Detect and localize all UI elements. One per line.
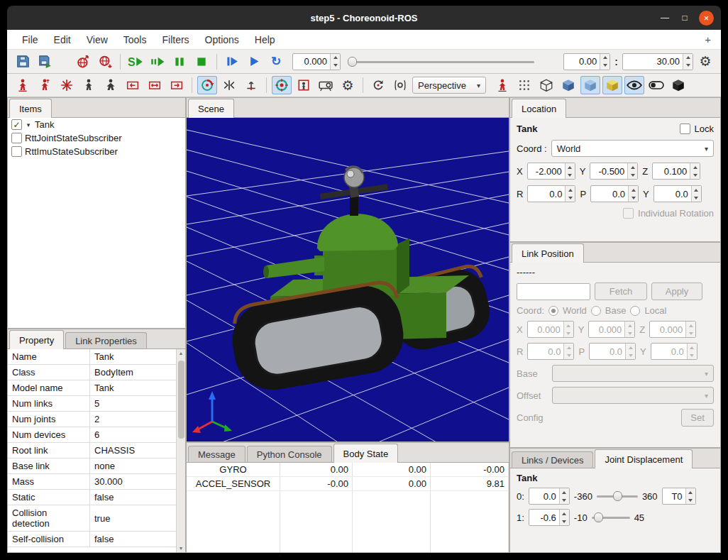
spin-down-arrow[interactable] bbox=[560, 496, 569, 504]
time-slider[interactable] bbox=[348, 55, 534, 68]
wireframe-toggle-button[interactable] bbox=[646, 76, 666, 94]
property-value[interactable]: none bbox=[90, 459, 176, 473]
roll-spinbox[interactable]: 0.0 bbox=[527, 185, 575, 202]
joint-0-spinbox[interactable]: 0.0 bbox=[529, 488, 570, 505]
table-row[interactable]: Collision detectiontrue bbox=[8, 505, 176, 532]
time-settings-button[interactable]: ⚙ bbox=[695, 53, 715, 71]
spin-down-arrow[interactable] bbox=[692, 194, 701, 202]
save-button[interactable] bbox=[13, 53, 33, 71]
table-row[interactable]: Root linkCHASSIS bbox=[8, 443, 176, 459]
spin-up-arrow[interactable] bbox=[566, 163, 575, 171]
tab-property[interactable]: Property bbox=[9, 330, 64, 349]
z-spinbox[interactable]: 0.100 bbox=[652, 163, 700, 180]
spin-up-arrow[interactable] bbox=[692, 186, 701, 194]
standard-pose-button[interactable] bbox=[79, 76, 99, 94]
time-spinbox[interactable]: 0.000 bbox=[292, 53, 341, 70]
property-value[interactable]: 6 bbox=[90, 427, 176, 442]
property-value[interactable]: CHASSIS bbox=[90, 443, 176, 458]
link-name-input[interactable] bbox=[517, 283, 590, 300]
start-playback-button[interactable] bbox=[244, 53, 264, 71]
mirror-pose-button[interactable] bbox=[145, 76, 165, 94]
joint-limit-button[interactable] bbox=[219, 76, 239, 94]
joint-0-slider[interactable] bbox=[597, 490, 638, 503]
menu-options[interactable]: Options bbox=[197, 34, 247, 45]
copy-pose-right-button[interactable] bbox=[167, 76, 187, 94]
link-x-spinbox[interactable]: 0.000 bbox=[527, 321, 574, 338]
scroll-up-icon[interactable]: ▲ bbox=[179, 351, 184, 356]
table-row[interactable]: Mass30.000 bbox=[8, 474, 176, 490]
start-simulation-button[interactable]: S bbox=[126, 53, 145, 71]
scroll-down-icon[interactable]: ▼ bbox=[179, 546, 184, 551]
spin-up-arrow[interactable] bbox=[600, 54, 610, 62]
spin-up-arrow[interactable] bbox=[560, 488, 569, 496]
table-row[interactable]: GYRO 0.00 0.00 -0.00 bbox=[187, 463, 509, 477]
spin-down-arrow[interactable] bbox=[564, 329, 573, 337]
spin-down-arrow[interactable] bbox=[560, 517, 569, 525]
pause-simulation-button[interactable] bbox=[170, 53, 189, 71]
property-value[interactable]: 5 bbox=[90, 396, 176, 411]
tree-item-label[interactable]: RttJointStateSubscriber bbox=[25, 133, 122, 143]
restore-world-state-button[interactable] bbox=[95, 53, 115, 71]
spin-down-arrow[interactable] bbox=[688, 351, 697, 359]
restore-body-pose-button[interactable] bbox=[13, 76, 33, 94]
table-row[interactable]: Num devices6 bbox=[8, 427, 176, 443]
resume-playback-button[interactable] bbox=[222, 53, 242, 71]
spin-up-arrow[interactable] bbox=[626, 344, 635, 351]
spin-up-arrow[interactable] bbox=[688, 344, 697, 351]
copy-pose-left-button[interactable] bbox=[123, 76, 143, 94]
titlebar[interactable]: step5 - Choreonoid-ROS — □ × bbox=[7, 6, 721, 30]
table-row[interactable]: Self-collisionfalse bbox=[8, 532, 176, 547]
save-as-button[interactable] bbox=[35, 53, 55, 71]
scrollbar-thumb[interactable] bbox=[178, 361, 184, 439]
store-body-pose-button[interactable] bbox=[35, 76, 55, 94]
tab-links-devices[interactable]: Links / Devices bbox=[512, 451, 593, 468]
spin-down-arrow[interactable] bbox=[566, 171, 575, 179]
collision-model-button[interactable] bbox=[580, 76, 600, 94]
time-slider-handle[interactable] bbox=[348, 57, 357, 67]
menu-view[interactable]: View bbox=[79, 34, 116, 45]
spin-up-arrow[interactable] bbox=[566, 186, 575, 194]
spin-up-arrow[interactable] bbox=[564, 344, 573, 351]
offset-combo[interactable]: ▾ bbox=[552, 387, 714, 404]
collision-lines-button[interactable] bbox=[492, 76, 512, 94]
lock-checkbox[interactable] bbox=[680, 123, 690, 134]
spin-down-arrow[interactable] bbox=[625, 329, 634, 337]
table-row[interactable]: Base linknone bbox=[8, 459, 176, 474]
visual-model-button[interactable] bbox=[558, 76, 578, 94]
base-combo[interactable]: ▾ bbox=[552, 365, 714, 382]
spin-up-arrow[interactable] bbox=[686, 322, 695, 329]
coord-combo[interactable]: World ▾ bbox=[551, 140, 714, 157]
tab-location[interactable]: Location bbox=[512, 99, 566, 118]
axis-drag-button[interactable] bbox=[241, 76, 261, 94]
loop-playback-button[interactable]: ↻ bbox=[266, 53, 286, 71]
set-button[interactable]: Set bbox=[681, 409, 714, 427]
item-tree[interactable]: ✓ ▾ Tank RttJointStateSubscriber RttImuS… bbox=[8, 118, 185, 328]
visibility-button[interactable] bbox=[624, 76, 644, 94]
tab-items[interactable]: Items bbox=[9, 99, 52, 118]
property-value[interactable]: Tank bbox=[90, 380, 176, 395]
tab-link-properties[interactable]: Link Properties bbox=[65, 332, 147, 348]
radio-base[interactable] bbox=[591, 306, 601, 316]
camera-projector-button[interactable] bbox=[316, 76, 336, 94]
property-value[interactable]: false bbox=[90, 490, 176, 505]
tab-link-position[interactable]: Link Position bbox=[512, 243, 584, 263]
spin-down-arrow[interactable] bbox=[564, 351, 573, 359]
table-row[interactable]: NameTank bbox=[8, 349, 176, 365]
scene-settings-button[interactable]: ⚙ bbox=[338, 76, 358, 94]
link-pitch-spinbox[interactable]: 0.0 bbox=[589, 343, 636, 360]
center-of-mass-button[interactable] bbox=[57, 76, 77, 94]
menu-tools[interactable]: Tools bbox=[116, 34, 155, 45]
point-rendering-button[interactable] bbox=[514, 76, 534, 94]
solid-model-button[interactable] bbox=[668, 76, 688, 94]
spin-up-arrow[interactable] bbox=[625, 322, 634, 329]
spin-up-arrow[interactable] bbox=[564, 322, 573, 329]
tree-item-rttjointstate[interactable]: RttJointStateSubscriber bbox=[8, 131, 185, 145]
property-value[interactable]: false bbox=[90, 532, 176, 547]
menu-filters[interactable]: Filters bbox=[154, 34, 197, 45]
link-yaw-spinbox[interactable]: 0.0 bbox=[651, 343, 697, 360]
spin-down-arrow[interactable] bbox=[331, 62, 340, 70]
self-collision-button[interactable] bbox=[294, 76, 314, 94]
spin-down-arrow[interactable] bbox=[629, 194, 638, 202]
joint-1-spinbox[interactable]: -0.6 bbox=[529, 509, 570, 526]
maximize-button[interactable]: □ bbox=[679, 13, 690, 23]
